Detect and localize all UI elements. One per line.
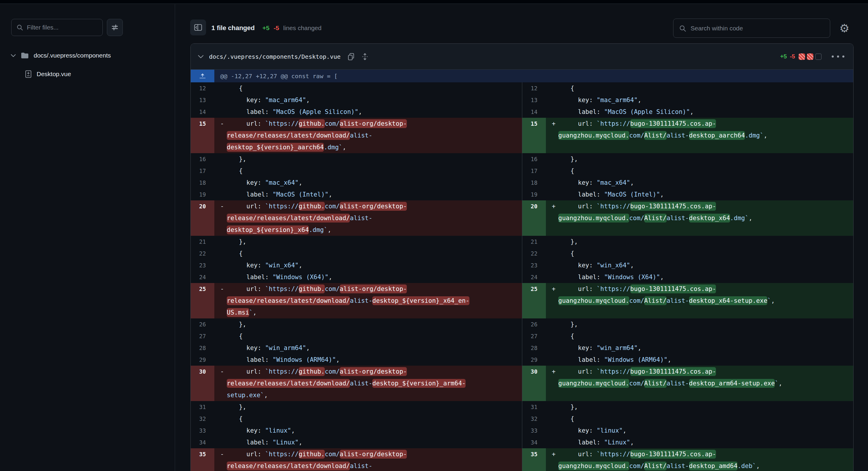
- line-number[interactable]: 28: [522, 342, 546, 354]
- line-number[interactable]: 18: [522, 177, 546, 189]
- diff-row: 27 {: [522, 330, 853, 342]
- line-number[interactable]: 25: [191, 283, 214, 295]
- line-number[interactable]: [191, 377, 214, 389]
- line-number[interactable]: [191, 130, 214, 142]
- line-number[interactable]: 19: [522, 189, 546, 200]
- line-number[interactable]: 28: [191, 342, 214, 354]
- line-number[interactable]: [522, 307, 546, 318]
- line-number[interactable]: 35: [522, 448, 546, 460]
- line-number[interactable]: 22: [191, 248, 214, 259]
- diff-word-highlight: release/releases/latest/download/: [227, 131, 350, 140]
- line-number[interactable]: 31: [522, 401, 546, 413]
- collapse-file-chevron-icon[interactable]: [198, 55, 204, 58]
- filter-files-field[interactable]: [11, 19, 103, 36]
- line-number[interactable]: 13: [522, 94, 546, 106]
- code-line: + url: `https://bugo-1301111475.cos.ap-: [546, 118, 853, 130]
- line-number[interactable]: 30: [522, 366, 546, 377]
- line-number[interactable]: 24: [522, 271, 546, 283]
- line-number[interactable]: 19: [191, 189, 214, 200]
- line-number[interactable]: 13: [191, 94, 214, 106]
- line-number[interactable]: 29: [191, 354, 214, 366]
- line-number[interactable]: 34: [522, 437, 546, 448]
- search-within-code-field[interactable]: [673, 19, 830, 38]
- line-number[interactable]: 15: [191, 118, 214, 130]
- line-number[interactable]: [522, 130, 546, 142]
- line-number[interactable]: 21: [522, 236, 546, 248]
- line-number[interactable]: [191, 460, 214, 471]
- filter-options-button[interactable]: [107, 19, 123, 36]
- diff-row: 27 {: [191, 330, 522, 342]
- line-number[interactable]: 26: [191, 318, 214, 330]
- line-number[interactable]: [191, 212, 214, 224]
- line-number[interactable]: [522, 212, 546, 224]
- toggle-sidebar-button[interactable]: [190, 20, 206, 35]
- line-number[interactable]: [522, 389, 546, 401]
- line-number[interactable]: [522, 224, 546, 236]
- line-number[interactable]: [522, 377, 546, 389]
- line-number[interactable]: 33: [191, 425, 214, 437]
- line-number[interactable]: 22: [522, 248, 546, 259]
- settings-gear-button[interactable]: ⚙: [837, 21, 851, 35]
- line-number[interactable]: 20: [522, 200, 546, 212]
- expand-hunks-button[interactable]: [361, 53, 368, 61]
- line-number[interactable]: 30: [191, 366, 214, 377]
- code-segment: ,: [771, 297, 775, 304]
- search-within-code-input[interactable]: [690, 25, 825, 32]
- diff-row: 19 label: "MacOS (Intel)",: [522, 189, 853, 200]
- diff-row: 16 },: [191, 153, 522, 165]
- line-number[interactable]: 34: [191, 437, 214, 448]
- line-number[interactable]: 25: [522, 283, 546, 295]
- line-number[interactable]: 17: [191, 165, 214, 177]
- line-number[interactable]: 29: [522, 354, 546, 366]
- file-options-button[interactable]: [829, 53, 847, 60]
- line-number[interactable]: 14: [191, 106, 214, 118]
- tree-file-row[interactable]: Desktop.vue: [0, 65, 175, 83]
- expand-up-button[interactable]: [191, 70, 214, 82]
- diff-word-highlight: Alist/: [644, 214, 666, 222]
- line-number[interactable]: 26: [522, 318, 546, 330]
- line-number[interactable]: [522, 295, 546, 307]
- line-number[interactable]: [191, 142, 214, 153]
- line-number[interactable]: 35: [191, 448, 214, 460]
- window-top-strip: [0, 0, 868, 4]
- line-number[interactable]: 17: [522, 165, 546, 177]
- code-segment: ,: [299, 262, 303, 269]
- line-number[interactable]: 33: [522, 425, 546, 437]
- diff-word-highlight: release/releases/latest/download/: [227, 379, 350, 388]
- diff-row: 21 },: [191, 236, 522, 248]
- tree-folder-row[interactable]: docs/.vuepress/components: [0, 46, 175, 65]
- line-number[interactable]: 23: [522, 259, 546, 271]
- line-number[interactable]: 32: [191, 413, 214, 425]
- copy-path-button[interactable]: [347, 53, 355, 61]
- line-number[interactable]: 24: [191, 271, 214, 283]
- line-number[interactable]: 16: [191, 153, 214, 165]
- line-number[interactable]: 27: [522, 330, 546, 342]
- line-number[interactable]: [191, 307, 214, 318]
- line-number[interactable]: 31: [191, 401, 214, 413]
- line-number[interactable]: 15: [522, 118, 546, 130]
- line-number[interactable]: 32: [522, 413, 546, 425]
- line-number[interactable]: 16: [522, 153, 546, 165]
- line-number[interactable]: [191, 224, 214, 236]
- line-number[interactable]: [191, 295, 214, 307]
- line-number[interactable]: [522, 142, 546, 153]
- line-number[interactable]: 27: [191, 330, 214, 342]
- line-number[interactable]: 12: [191, 82, 214, 94]
- line-number[interactable]: [522, 460, 546, 471]
- line-number[interactable]: [191, 389, 214, 401]
- diff-word-highlight: release/releases/latest/download/: [227, 462, 350, 470]
- line-number[interactable]: 18: [191, 177, 214, 189]
- line-number[interactable]: 21: [191, 236, 214, 248]
- diff-row: setup.exe`,: [191, 389, 522, 401]
- line-number[interactable]: 20: [191, 200, 214, 212]
- filter-files-input[interactable]: [27, 24, 98, 31]
- code-segment: - url:: [220, 368, 265, 375]
- line-number[interactable]: 14: [522, 106, 546, 118]
- code-segment: "MacOS (Intel)": [604, 191, 660, 198]
- folder-icon: [21, 52, 29, 59]
- line-number[interactable]: 23: [191, 259, 214, 271]
- code-line: release/releases/latest/download/alist-d…: [214, 295, 522, 307]
- diff-word-highlight: release/releases/latest/download/: [227, 214, 350, 222]
- line-number[interactable]: 12: [522, 82, 546, 94]
- diff-row: 13 key: "mac_arm64",: [522, 94, 853, 106]
